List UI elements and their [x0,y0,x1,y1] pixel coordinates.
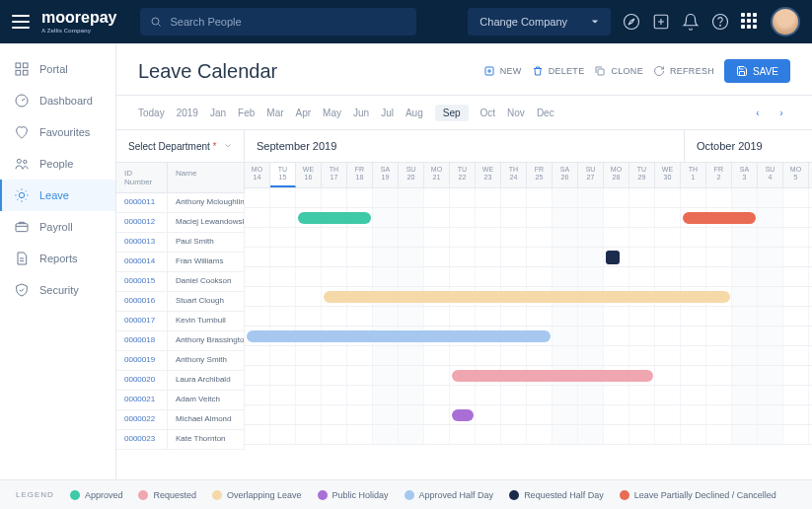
person-id[interactable]: 0000017 [116,312,168,330]
person-id[interactable]: 0000012 [116,213,168,232]
delete-button[interactable]: DELETE [532,65,585,77]
sidebar-item-label: Leave [39,189,69,201]
sidebar-item-label: Portal [39,63,68,75]
leave-bar[interactable] [324,291,730,303]
today-button[interactable]: Today [138,108,165,118]
save-button[interactable]: SAVE [724,59,790,83]
avatar[interactable] [771,7,800,36]
calendar-row [245,405,812,425]
year-label[interactable]: 2019 [177,108,198,118]
month-aug[interactable]: Aug [406,108,423,118]
day-header: MO5 [783,163,809,187]
svg-rect-14 [16,224,28,232]
bell-icon[interactable] [682,13,700,31]
person-id[interactable]: 0000011 [116,193,168,212]
svg-point-0 [152,18,159,25]
month-oct[interactable]: Oct [480,108,496,118]
sidebar-item-label: Dashboard [39,95,93,107]
day-header: SU27 [578,163,604,187]
sidebar-item-label: Favourites [39,126,90,138]
prev-button[interactable]: ‹ [749,104,767,121]
compass-icon[interactable] [623,13,640,31]
sidebar-item-security[interactable]: Security [0,274,115,306]
month-mar[interactable]: Mar [266,108,283,118]
person-name: Michael Almond [168,410,245,429]
search-input[interactable]: Search People [140,8,416,36]
help-icon[interactable] [711,13,729,31]
refresh-button[interactable]: REFRESH [653,65,714,77]
page-title: Leave Calendar [138,60,277,83]
legend-item: Requested Half Day [509,490,604,500]
person-id[interactable]: 0000022 [116,410,168,429]
person-id[interactable]: 0000021 [116,391,168,409]
leave-bar[interactable] [606,251,620,264]
person-id[interactable]: 0000018 [116,331,168,350]
month-label-2: October 2019 [684,130,812,162]
month-feb[interactable]: Feb [238,108,255,118]
sidebar-item-leave[interactable]: Leave [0,180,115,211]
plus-icon[interactable] [652,13,670,31]
leave-bar[interactable] [298,212,371,224]
new-button[interactable]: NEW [483,65,522,77]
day-header: TU22 [450,163,476,187]
leave-bar[interactable] [452,409,474,421]
day-header: FR2 [706,163,732,187]
clone-button[interactable]: CLONE [594,65,643,77]
person-id[interactable]: 0000020 [116,371,168,390]
calendar-row [245,386,812,405]
leave-bar[interactable] [452,370,653,382]
sidebar-item-payroll[interactable]: Payroll [0,211,115,243]
person-id[interactable]: 0000015 [116,272,168,291]
day-header: MO14 [245,163,270,187]
calendar-row [245,287,812,307]
sidebar-item-label: Security [39,284,79,296]
col-name-header: Name [168,163,245,192]
sidebar-item-portal[interactable]: Portal [0,53,115,85]
leave-bar[interactable] [683,212,756,224]
month-apr[interactable]: Apr [296,108,312,118]
table-row: 0000013Paul Smith [116,233,245,253]
month-sep[interactable]: Sep [435,105,469,121]
month-nov[interactable]: Nov [507,108,525,118]
person-id[interactable]: 0000013 [116,233,168,252]
calendar-row [245,228,812,248]
person-id[interactable]: 0000014 [116,253,168,271]
day-header: TH1 [681,163,706,187]
person-name: Laura Archibald [168,371,245,390]
day-header: WE30 [655,163,681,187]
person-id[interactable]: 0000016 [116,292,168,311]
calendar-row [245,346,812,366]
sidebar-item-label: Reports [39,253,78,264]
sidebar-item-dashboard[interactable]: Dashboard [0,85,115,116]
day-header: TH17 [322,163,347,187]
next-button[interactable]: › [773,104,790,121]
person-id[interactable]: 0000023 [116,430,168,449]
day-header: SA19 [373,163,399,187]
day-header: SU4 [758,163,783,187]
person-name: Anthony Mcloughlin [168,193,245,212]
sidebar-item-people[interactable]: People [0,148,115,180]
legend-item: Requested [138,490,196,500]
month-jun[interactable]: Jun [353,108,369,118]
menu-icon[interactable] [12,15,30,29]
sidebar-item-favourites[interactable]: Favourites [0,116,115,148]
month-may[interactable]: May [323,108,341,118]
day-header: TU15 [270,163,296,187]
col-id-header: ID Number [116,163,168,192]
legend: LEGEND ApprovedRequestedOverlapping Leav… [0,479,812,509]
company-select[interactable]: Change Company [468,8,611,36]
person-name: Fran Williams [168,253,245,271]
day-header: FR18 [347,163,373,187]
sidebar-item-label: People [39,158,73,170]
apps-icon[interactable] [741,13,759,31]
month-jan[interactable]: Jan [210,108,226,118]
table-row: 0000017Kevin Turnbull [116,312,245,331]
day-header: SA26 [553,163,578,187]
department-select[interactable]: Select Department * [116,130,245,162]
sidebar-item-reports[interactable]: Reports [0,243,115,274]
person-id[interactable]: 0000019 [116,351,168,370]
month-jul[interactable]: Jul [381,108,394,118]
month-dec[interactable]: Dec [537,108,554,118]
leave-bar[interactable] [247,330,551,342]
table-row: 0000018Anthony Brassington [116,331,245,351]
